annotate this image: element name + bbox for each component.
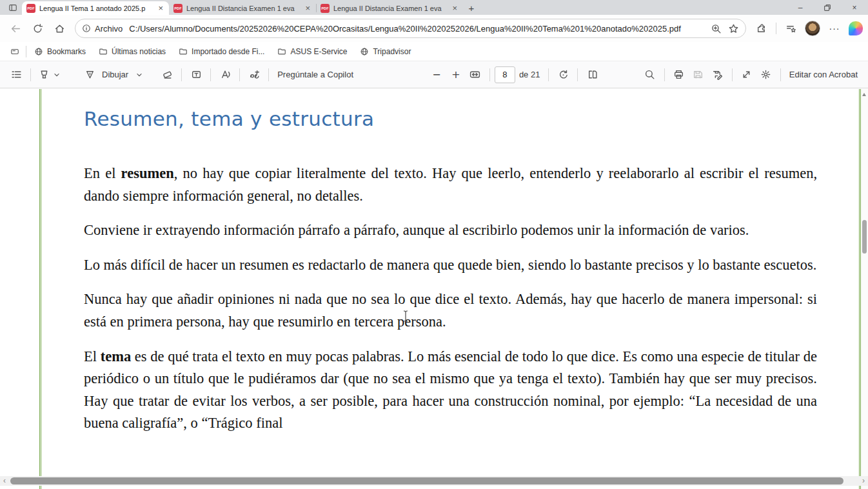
scroll-left-arrow[interactable]: ‹ xyxy=(0,476,9,486)
pdf-toolbar: Dibujar Pregúntale a Copilot − + de 21 xyxy=(0,61,868,88)
divider xyxy=(732,68,733,81)
tab-layout-icon xyxy=(8,3,17,12)
tab-lengua-examen-2[interactable]: PDF Lengua II Distancia Examen 1 eva × xyxy=(316,1,463,15)
bookmark-label: Últimas noticias xyxy=(112,47,166,56)
divider xyxy=(577,68,578,81)
tab-close-icon[interactable]: × xyxy=(304,4,311,12)
zoom-page-icon[interactable] xyxy=(711,23,722,34)
divider xyxy=(239,68,240,81)
address-input[interactable]: Archivo C:/Users/Alumno/Documents/202520… xyxy=(75,19,746,38)
address-bar-row: Archivo C:/Users/Alumno/Documents/202520… xyxy=(0,15,868,42)
save-as-button[interactable] xyxy=(708,65,727,85)
bookmark-importado[interactable]: Importado desde Fi... xyxy=(173,45,270,58)
tab-close-icon[interactable]: × xyxy=(451,4,459,12)
tab-actions-menu-button[interactable] xyxy=(4,1,22,15)
home-button[interactable] xyxy=(49,18,70,39)
favorites-list-icon xyxy=(785,23,796,34)
new-tab-button[interactable]: + xyxy=(463,1,480,15)
text-run: En el xyxy=(84,165,121,181)
folder-icon xyxy=(277,47,286,56)
notebook-margin-line-left xyxy=(39,89,41,489)
url-actions xyxy=(711,23,739,34)
url-text: C:/Users/Alumno/Documents/20252026%20CEP… xyxy=(129,24,705,34)
read-aloud-button[interactable] xyxy=(215,65,235,85)
fullscreen-button[interactable] xyxy=(737,65,756,85)
highlight-button[interactable] xyxy=(35,65,64,85)
add-text-button[interactable] xyxy=(186,65,206,85)
settings-menu-button[interactable]: ··· xyxy=(824,18,845,39)
paragraph-dificil: Lo más difícil de hacer un resumen es re… xyxy=(84,254,817,277)
divider xyxy=(268,68,269,81)
copilot-prompt-label[interactable]: Pregúntale a Copilot xyxy=(273,70,357,79)
refresh-button[interactable] xyxy=(27,18,48,39)
search-icon xyxy=(644,69,655,80)
scroll-up-arrow[interactable] xyxy=(862,93,866,96)
bookmark-label: Importado desde Fi... xyxy=(192,47,264,56)
scroll-right-arrow[interactable]: › xyxy=(859,476,868,486)
favorites-bar-button[interactable] xyxy=(780,18,801,39)
bookmark-tripadvisor[interactable]: Tripadvisor xyxy=(355,45,416,58)
text-run: es de qué trata el texto en muy pocas pa… xyxy=(84,348,817,432)
divider xyxy=(664,68,665,81)
bookmark-ultimas-noticias[interactable]: Últimas noticias xyxy=(94,45,171,58)
bookmark-label: Bookmarks xyxy=(47,47,86,56)
horizontal-scrollbar[interactable]: ‹ › xyxy=(0,476,868,486)
bookmark-asus-eservice[interactable]: ASUS E-Service xyxy=(272,45,352,58)
document-text: Resumen, tema y estructura En el resumen… xyxy=(84,89,817,447)
panel-button[interactable] xyxy=(6,44,23,59)
favorite-star-icon[interactable] xyxy=(728,23,739,34)
save-icon xyxy=(693,69,704,80)
rotate-button[interactable] xyxy=(553,65,573,85)
divider xyxy=(26,46,26,57)
vertical-scrollbar[interactable] xyxy=(861,89,868,489)
printer-icon xyxy=(673,69,684,80)
close-window-button[interactable]: × xyxy=(841,0,868,15)
zoom-out-button[interactable]: − xyxy=(427,65,446,85)
horizontal-scrollbar-thumb[interactable] xyxy=(10,477,843,484)
search-button[interactable] xyxy=(640,65,660,85)
tab-lengua-tema1[interactable]: PDF Lengua II Tema 1 anotado 2025.p × xyxy=(22,1,169,15)
expand-icon xyxy=(741,69,752,80)
restore-button[interactable] xyxy=(814,0,841,15)
pdf-settings-button[interactable] xyxy=(756,65,776,85)
zoom-in-button[interactable]: + xyxy=(446,65,466,85)
draw-button[interactable]: Dibujar xyxy=(81,65,147,85)
bookmark-bookmarks[interactable]: Bookmarks xyxy=(29,45,91,58)
tab-title: Lengua II Tema 1 anotado 2025.p xyxy=(39,5,153,12)
translate-button[interactable] xyxy=(244,65,264,85)
refresh-icon xyxy=(32,23,43,34)
fit-to-width-button[interactable] xyxy=(466,65,485,85)
paragraph-opiniones: Nunca hay que añadir opiniones ni nada q… xyxy=(84,288,817,333)
pdf-page[interactable]: Resumen, tema y estructura En el resumen… xyxy=(0,89,868,489)
extensions-puzzle-icon xyxy=(756,23,767,34)
pen-nib-icon xyxy=(84,69,95,80)
vertical-scrollbar-thumb[interactable] xyxy=(862,220,867,254)
print-button[interactable] xyxy=(669,65,689,85)
page-view-button[interactable] xyxy=(582,65,602,85)
tab-close-icon[interactable]: × xyxy=(157,4,164,12)
protocol-label: Archivo xyxy=(95,24,123,34)
two-page-view-icon xyxy=(587,69,598,80)
copilot-icon[interactable] xyxy=(849,21,863,35)
chevron-down-icon xyxy=(135,70,144,79)
tab-lengua-examen-1[interactable]: PDF Lengua II Distancia Examen 1 eva × xyxy=(169,1,316,15)
extensions-button[interactable] xyxy=(751,18,772,39)
page-number-input[interactable] xyxy=(495,66,515,83)
minimize-button[interactable]: – xyxy=(787,0,814,15)
back-arrow-icon xyxy=(10,23,21,34)
toc-button[interactable] xyxy=(6,65,26,85)
back-button[interactable] xyxy=(5,18,26,39)
bold-term-tema: tema xyxy=(101,348,131,364)
ellipsis-icon: ··· xyxy=(829,23,840,34)
site-info[interactable]: Archivo xyxy=(82,24,123,34)
divider xyxy=(210,68,211,81)
edit-with-acrobat-button[interactable]: Editar con Acrobat xyxy=(785,70,862,79)
profile-avatar[interactable] xyxy=(805,21,820,36)
home-icon xyxy=(54,23,65,34)
save-button[interactable] xyxy=(689,65,708,85)
text-box-icon xyxy=(191,69,202,80)
save-as-icon xyxy=(712,69,723,80)
rotate-icon xyxy=(558,69,569,80)
translate-icon xyxy=(249,69,260,80)
erase-button[interactable] xyxy=(157,65,177,85)
